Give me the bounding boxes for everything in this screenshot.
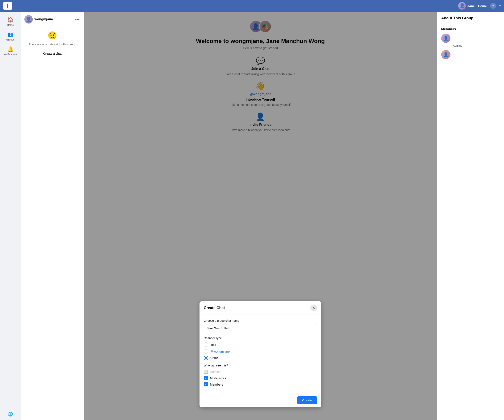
modal-body: Choose a group chat name Channel Type Te… xyxy=(199,315,321,393)
member-role-admin: Admins xyxy=(453,44,462,47)
members-checkbox[interactable]: ✓ xyxy=(204,382,208,386)
group-sidebar: 👤 wongmjane ••• 😟 There are no chats yet… xyxy=(21,12,84,420)
no-chats-area: 😟 There are no chats yet for this group … xyxy=(24,31,80,57)
radio-voip[interactable] xyxy=(204,356,208,360)
user-name: Jane xyxy=(468,4,475,8)
sidebar-groups-label: Groups xyxy=(6,38,14,41)
sidebar-bottom: 🌐 xyxy=(8,412,13,420)
moderators-checkbox[interactable]: ✓ xyxy=(204,376,208,380)
left-sidebar: 🏠 Home 👥 Groups 🔔 Notifications 🌐 xyxy=(0,12,21,420)
group-avatar-icon: 👤 xyxy=(26,17,31,22)
home-icon: 🏠 xyxy=(7,17,14,23)
radio-text[interactable] xyxy=(204,342,208,347)
modal-header: Create Chat × xyxy=(199,301,321,315)
main-content: 👤 🎭 Welcome to wongmjane, Jane Manchun W… xyxy=(84,12,437,420)
more-options-button[interactable]: ••• xyxy=(74,16,80,23)
member-item-2: 👤 xyxy=(441,50,500,59)
modal-footer: Create xyxy=(199,393,321,408)
checkbox-admins: ✓ Admins xyxy=(204,370,317,374)
members-title: Members xyxy=(441,27,500,31)
avatar: 👤 xyxy=(458,2,466,10)
modal-title: Create Chat xyxy=(204,306,225,310)
chat-name-input[interactable] xyxy=(204,324,317,332)
group-name: wongmjane xyxy=(35,18,74,21)
admins-checkbox[interactable]: ✓ xyxy=(204,370,208,374)
who-sees-label: Who can see this? xyxy=(204,364,317,367)
radio-option-mention: @wongmjane xyxy=(204,349,317,354)
no-chats-text: There are no chats yet for this group xyxy=(29,42,76,47)
home-link[interactable]: Home xyxy=(478,4,487,8)
nav-left: f xyxy=(3,2,12,10)
checkbox-moderators: ✓ Moderators xyxy=(204,376,317,380)
bell-icon: 🔔 xyxy=(7,46,14,52)
members-label: Members xyxy=(210,383,223,386)
modal-overlay: Create Chat × Choose a group chat name C… xyxy=(84,12,437,420)
sidebar-home-label: Home xyxy=(7,24,14,26)
radio-text-label: Text xyxy=(210,343,216,347)
top-navigation: f 👤 Jane Home ? ▾ xyxy=(0,0,504,12)
sidebar-item-home[interactable]: 🏠 Home xyxy=(1,15,20,28)
chevron-down-icon[interactable]: ▾ xyxy=(499,4,501,7)
modal-close-button[interactable]: × xyxy=(310,305,317,311)
channel-type-label: Channel Type xyxy=(204,336,317,340)
about-title: About This Group xyxy=(441,16,500,24)
right-sidebar: About This Group Members 👤 Admins 👤 xyxy=(437,12,504,420)
member-item-1: 👤 xyxy=(441,34,500,43)
sad-face-icon: 😟 xyxy=(48,31,57,40)
radio-mention-label: @wongmjane xyxy=(210,350,230,353)
member-avatar-admin: 👤 xyxy=(441,34,450,43)
groups-icon: 👥 xyxy=(7,31,14,37)
radio-voip-inner xyxy=(205,357,207,359)
sidebar-item-notifications[interactable]: 🔔 Notifications xyxy=(1,45,20,58)
create-chat-button[interactable]: Create a chat xyxy=(40,50,65,57)
radio-mention[interactable] xyxy=(204,349,208,354)
moderators-label: Moderators xyxy=(210,376,226,380)
sidebar-notifications-label: Notifications xyxy=(4,53,17,56)
facebook-logo[interactable]: f xyxy=(3,2,12,10)
create-chat-modal: Create Chat × Choose a group chat name C… xyxy=(199,301,321,408)
globe-icon[interactable]: 🌐 xyxy=(8,412,13,416)
group-header: 👤 wongmjane ••• xyxy=(24,15,80,24)
create-button[interactable]: Create xyxy=(297,396,317,404)
help-button[interactable]: ? xyxy=(490,3,496,9)
admins-label: Admins xyxy=(210,370,221,374)
main-layout: 🏠 Home 👥 Groups 🔔 Notifications 🌐 👤 wong… xyxy=(0,12,504,420)
radio-option-text: Text xyxy=(204,342,317,347)
radio-voip-label: VOIP xyxy=(210,356,218,360)
nav-right: 👤 Jane Home ? ▾ xyxy=(458,2,501,10)
radio-option-voip: VOIP xyxy=(204,356,317,360)
user-avatar-icon: 👤 xyxy=(459,3,465,9)
group-avatar: 👤 xyxy=(24,15,33,24)
chat-name-label: Choose a group chat name xyxy=(204,319,317,322)
checkbox-members: ✓ Members xyxy=(204,382,317,386)
user-profile[interactable]: 👤 Jane xyxy=(458,2,475,10)
sidebar-item-groups[interactable]: 👥 Groups xyxy=(1,30,20,43)
member-avatar-2: 👤 xyxy=(441,50,450,59)
